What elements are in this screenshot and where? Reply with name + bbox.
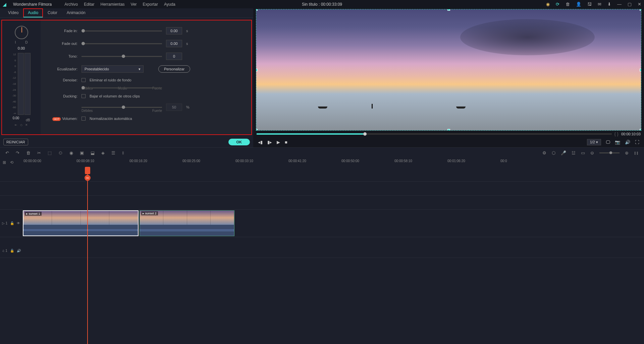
ducking-input[interactable] [166, 104, 182, 111]
timeline-tracks: ✂ ▷ 1 🔓 👁 ▸ sunset 1 ▸ sunset 2 ♫ 1 [0, 167, 644, 344]
download-icon[interactable]: ⬇ [607, 2, 611, 7]
mic-icon[interactable]: 🎤 [561, 150, 566, 155]
color-icon[interactable]: ◉ [69, 150, 73, 155]
resize-handle-tm[interactable] [447, 9, 450, 11]
zoom-fit-icon[interactable]: ⫿⫿ [634, 150, 639, 155]
refresh-icon[interactable]: ⟳ [556, 2, 559, 7]
zoom-slider[interactable] [599, 152, 620, 153]
tone-input[interactable] [166, 53, 182, 60]
monitor-icon[interactable]: 🖵 [606, 140, 610, 145]
ruler-icon-2[interactable]: ⟲ [10, 160, 13, 165]
resize-handle-bm[interactable] [447, 129, 450, 131]
denoise-slider[interactable] [82, 87, 162, 88]
fade-in-slider[interactable] [82, 30, 162, 31]
menu-ayuda[interactable]: Ayuda [164, 2, 175, 7]
prev-frame-button[interactable]: ◂▮ [258, 140, 263, 145]
preview-time: 00:00:10:03 [621, 132, 641, 136]
track-empty [0, 182, 644, 196]
vu-ctrl-1[interactable]: ⇤ [15, 123, 17, 127]
settings-icon[interactable]: ☰ [111, 150, 115, 155]
maximize-icon[interactable]: ▢ [628, 2, 632, 7]
resize-handle-tr[interactable] [640, 9, 641, 11]
reset-button[interactable]: REINICIAR [3, 139, 28, 145]
volume-checkbox[interactable] [82, 117, 86, 121]
delete-icon[interactable]: 🗑 [26, 150, 31, 155]
preview-zoom-select[interactable]: 1/2 ▾ [587, 139, 601, 145]
preview-viewport[interactable] [256, 9, 641, 131]
redo-icon[interactable]: ↷ [16, 150, 19, 155]
close-icon[interactable]: ✕ [638, 2, 641, 7]
lock-icon[interactable]: 🔓 [10, 249, 14, 253]
menu-ver[interactable]: Ver [131, 2, 137, 7]
pan-gauge[interactable] [15, 26, 28, 39]
clip-1[interactable]: ▸ sunset 1 [23, 210, 139, 236]
ok-button[interactable]: OK [228, 139, 250, 145]
zoom-in-icon[interactable]: ⊕ [625, 150, 629, 155]
denoise-checkbox[interactable] [82, 78, 86, 82]
tab-audio[interactable]: Audio [23, 8, 43, 17]
fade-out-input[interactable] [166, 40, 182, 47]
playhead-cut-icon[interactable]: ✂ [85, 175, 91, 181]
cut-icon[interactable]: ✂ [37, 150, 41, 155]
undo-icon[interactable]: ↶ [5, 150, 9, 155]
eq-select[interactable]: Preestablecido▾ [82, 65, 144, 73]
next-frame-button[interactable]: ▮▸ [267, 140, 272, 145]
resize-handle-bl[interactable] [256, 129, 258, 131]
vu-ctrl-2[interactable]: ◇ [20, 123, 22, 127]
tool-icon-1[interactable]: ⬓ [91, 150, 95, 155]
clip-2[interactable]: ▸ sunset 2 [140, 210, 234, 236]
marker-icon[interactable]: ⬡ [552, 150, 555, 155]
menu-herramientas[interactable]: Herramientas [101, 2, 125, 7]
volume-label: HOTVolumen: [51, 117, 77, 121]
mute-icon[interactable]: 🔊 [17, 249, 21, 253]
render-icon[interactable]: ▭ [581, 150, 585, 155]
play-button[interactable]: ▶ [277, 140, 280, 145]
vu-bar-left[interactable] [18, 53, 24, 115]
camera-icon[interactable]: 📷 [615, 140, 620, 145]
keyframe-icon[interactable]: ◈ [101, 150, 105, 155]
speed-icon[interactable]: ⏲ [58, 150, 63, 155]
save-icon[interactable]: 🖫 [587, 2, 592, 7]
zoom-out-icon[interactable]: ⊖ [590, 150, 594, 155]
user-icon[interactable]: 👤 [576, 2, 581, 7]
mixer-icon[interactable]: ☳ [572, 150, 576, 155]
playhead-head[interactable] [85, 167, 90, 174]
ruler-icon-1[interactable]: ⊞ [3, 160, 6, 165]
menu-exportar[interactable]: Exportar [143, 2, 158, 7]
crop-icon[interactable]: ⬚ [48, 150, 52, 155]
playback-controls: ◂▮ ▮▸ ▶ ■ 1/2 ▾ 🖵 📷 🔊 ⛶ [255, 137, 642, 147]
menu-editar[interactable]: Editar [84, 2, 94, 7]
fade-in-input[interactable] [166, 27, 182, 35]
tab-color[interactable]: Color [43, 8, 62, 17]
eq-customize-button[interactable]: Personalizar [158, 65, 190, 73]
ducking-checkbox[interactable] [82, 94, 86, 98]
timeline-ruler[interactable]: ⊞ ⟲ 00:00:00:00 00:00:08:10 00:00:16:20 … [0, 158, 644, 167]
tab-video[interactable]: Vídeo [3, 8, 23, 17]
stop-button[interactable]: ■ [285, 140, 287, 145]
trash-icon[interactable]: 🗑 [566, 2, 570, 7]
vu-bar-right[interactable] [24, 53, 31, 115]
vu-ctrl-3[interactable]: ✕ [25, 123, 28, 127]
minimize-icon[interactable]: — [617, 2, 622, 7]
tab-animation[interactable]: Animación [62, 8, 90, 17]
gear-icon[interactable]: ⚙ [542, 150, 546, 155]
scrub-track[interactable] [257, 133, 612, 135]
speaker-icon[interactable]: 🔊 [625, 140, 630, 145]
greenscreen-icon[interactable]: ▣ [80, 150, 84, 155]
lock-icon[interactable]: 🔓 [10, 221, 14, 225]
mail-icon[interactable]: ✉ [598, 2, 601, 7]
audio-wave-icon[interactable]: ⫴ [122, 150, 124, 156]
lightbulb-icon[interactable]: ◉ [546, 2, 550, 7]
tone-slider[interactable] [82, 56, 162, 57]
eye-icon[interactable]: 👁 [17, 221, 20, 225]
audio-controls: Fade in: s Fade out: s Tono: [41, 20, 251, 134]
resize-handle-ml[interactable] [256, 69, 258, 71]
fade-out-slider[interactable] [82, 43, 162, 44]
resize-handle-br[interactable] [640, 129, 641, 131]
resize-handle-tl[interactable] [256, 9, 258, 11]
ducking-slider[interactable] [82, 107, 162, 108]
menu-archivo[interactable]: Archivo [64, 2, 78, 7]
fullscreen-icon[interactable]: ⛶ [635, 140, 639, 145]
playhead[interactable]: ✂ [87, 167, 88, 344]
resize-handle-mr[interactable] [640, 69, 641, 71]
